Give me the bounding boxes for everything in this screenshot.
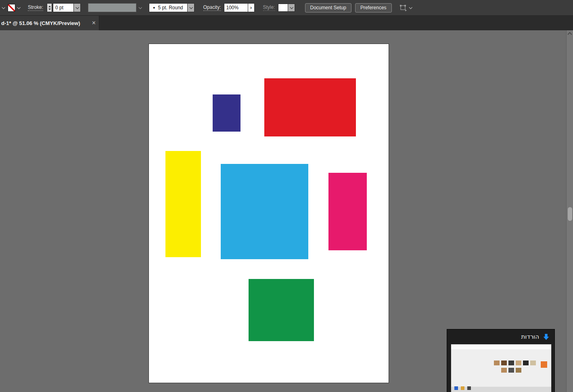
opacity-input[interactable]: [224, 3, 248, 12]
opacity-more-button[interactable]: ›: [248, 3, 255, 12]
fill-options-chevron-icon[interactable]: [2, 6, 5, 9]
preferences-button[interactable]: Preferences: [355, 3, 392, 13]
document-tab[interactable]: d-1* @ 51.06 % (CMYK/Preview) ×: [0, 16, 99, 30]
downloads-thumbnail[interactable]: [451, 344, 552, 392]
brush-dot-icon: ●: [153, 6, 155, 10]
stepper-down-icon[interactable]: [48, 8, 51, 10]
scroll-up-arrow-icon[interactable]: [567, 32, 572, 36]
stepper-up-icon[interactable]: [48, 6, 51, 7]
downloads-popup-header: הורדות: [447, 329, 554, 344]
width-profile-chevron-icon: [138, 6, 142, 9]
stroke-label[interactable]: Stroke:: [28, 4, 43, 11]
variable-width-profile-dropdown: [88, 3, 136, 12]
vertical-scrollbar[interactable]: [566, 30, 573, 392]
illustrator-window: Stroke: ● 5 pt. Round Opacity: › Style: …: [0, 0, 573, 392]
stroke-weight-stepper[interactable]: [47, 3, 52, 12]
stroke-weight-dropdown[interactable]: [74, 3, 81, 12]
rect-dark-blue[interactable]: [213, 94, 240, 132]
brush-name-label: 5 pt. Round: [158, 5, 183, 10]
document-setup-button[interactable]: Document Setup: [305, 3, 351, 13]
document-tab-title: d-1* @ 51.06 % (CMYK/Preview): [1, 20, 89, 26]
downloads-title: הורדות: [521, 333, 540, 340]
stroke-weight-input[interactable]: [53, 3, 74, 12]
tab-close-icon[interactable]: ×: [92, 19, 96, 27]
opacity-label[interactable]: Opacity:: [203, 4, 221, 11]
fill-chevron-icon[interactable]: [17, 6, 20, 9]
rect-pink[interactable]: [328, 173, 367, 250]
rect-red[interactable]: [264, 78, 356, 136]
brush-chevron-button[interactable]: [188, 3, 194, 12]
brush-definition-dropdown[interactable]: ● 5 pt. Round: [149, 3, 187, 12]
transform-chevron-icon[interactable]: [409, 6, 412, 9]
scrollbar-thumb[interactable]: [568, 207, 572, 221]
canvas-area: הורדות: [0, 30, 573, 392]
style-label: Style:: [263, 4, 275, 11]
rect-yellow[interactable]: [165, 151, 201, 257]
download-arrow-icon: [543, 333, 550, 340]
style-chevron-button[interactable]: [288, 4, 295, 12]
document-tab-bar: d-1* @ 51.06 % (CMYK/Preview) ×: [0, 16, 573, 30]
rect-green[interactable]: [249, 279, 314, 341]
control-bar: Stroke: ● 5 pt. Round Opacity: › Style: …: [0, 0, 573, 16]
transform-icon: [399, 4, 407, 11]
artboard[interactable]: [149, 44, 389, 383]
rect-cyan[interactable]: [221, 164, 308, 259]
fill-none-swatch[interactable]: [8, 4, 15, 12]
downloads-popup: הורדות: [447, 329, 555, 392]
style-swatch[interactable]: [278, 4, 288, 12]
